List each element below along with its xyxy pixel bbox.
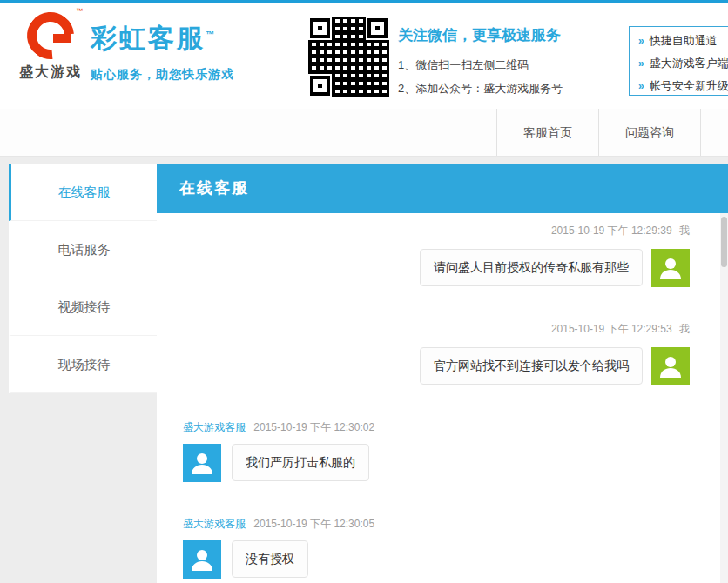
- message-timestamp: 2015-10-19 下午 12:30:02: [253, 421, 374, 433]
- top-navigation: 客服首页 问题咨询: [0, 109, 728, 157]
- user-avatar: [651, 347, 690, 385]
- sidebar-item-phone-service[interactable]: 电话服务: [9, 221, 157, 278]
- message-meta: 盛大游戏客服 2015-10-19 下午 12:30:02: [157, 420, 728, 435]
- product-title-text: 彩虹客服: [91, 23, 206, 52]
- content-area: 在线客服 电话服务 视频接待 现场接待 在线客服 2015-10-19 下午 1…: [0, 157, 728, 583]
- chevron-right-icon: »: [638, 57, 644, 70]
- chat-message: 盛大游戏客服 2015-10-19 下午 12:30:02 我们严厉打击私服的: [157, 420, 728, 482]
- person-icon: [189, 546, 215, 573]
- sidebar-item-onsite-reception[interactable]: 现场接待: [9, 336, 157, 393]
- nav-item-clipped: [700, 109, 728, 156]
- nav-item-service-home[interactable]: 客服首页: [496, 109, 598, 156]
- wechat-step-1: 1、微信扫一扫左侧二维码: [398, 57, 563, 73]
- message-author: 我: [679, 323, 690, 335]
- wechat-headline: 关注微信，更享极速服务: [398, 25, 563, 45]
- message-row: 请问盛大目前授权的传奇私服有那些: [157, 249, 728, 287]
- logo-trademark: ™: [76, 7, 83, 15]
- message-author: 我: [679, 224, 690, 237]
- message-meta: 盛大游戏客服 2015-10-19 下午 12:30:05: [157, 517, 728, 532]
- agent-avatar: [183, 540, 221, 579]
- chat-scrollbar-thumb[interactable]: [721, 217, 727, 267]
- product-slogan: 贴心服务，助您快乐游戏: [91, 67, 234, 83]
- logo-bar: [53, 34, 71, 43]
- user-avatar: [651, 249, 690, 287]
- message-meta: 2015-10-19 下午 12:29:53 我: [157, 322, 728, 337]
- message-timestamp: 2015-10-19 下午 12:29:39: [551, 224, 672, 237]
- chat-message: 盛大游戏客服 2015-10-19 下午 12:30:05 没有授权: [157, 517, 728, 579]
- chat-message: 2015-10-19 下午 12:29:53 我 官方网站找不到连接可以发个给我…: [157, 322, 728, 385]
- quick-link-account-security[interactable]: » 帐号安全新升级: [638, 78, 728, 94]
- sidebar-item-online-service[interactable]: 在线客服: [9, 164, 157, 221]
- quick-link-self-service[interactable]: » 快捷自助通道: [638, 33, 728, 49]
- chevron-right-icon: »: [638, 80, 644, 92]
- brand-name: 盛大游戏: [14, 64, 87, 82]
- qr-finder-top-left: [308, 17, 332, 40]
- message-bubble: 官方网站找不到连接可以发个给我吗: [420, 347, 643, 385]
- message-row: 没有授权: [157, 540, 728, 579]
- message-bubble: 没有授权: [232, 540, 308, 578]
- quick-links-box: » 快捷自助通道 » 盛大游戏客户端 » 帐号安全新升级: [629, 26, 728, 96]
- message-meta: 2015-10-19 下午 12:29:39 我: [157, 224, 728, 238]
- wechat-qr-code: [307, 15, 391, 99]
- chat-message: 2015-10-19 下午 12:29:39 我 请问盛大目前授权的传奇私服有那…: [157, 224, 728, 287]
- person-icon: [189, 450, 215, 476]
- chat-panel: 在线客服 2015-10-19 下午 12:29:39 我 请问盛大目前授权的传…: [157, 164, 728, 583]
- quick-link-label: 盛大游戏客户端: [650, 56, 728, 71]
- message-sender: 盛大游戏客服: [183, 421, 246, 433]
- qr-finder-bottom-left: [308, 74, 332, 97]
- nav-items: 客服首页 问题咨询: [496, 109, 728, 156]
- nav-item-question-consult[interactable]: 问题咨询: [598, 109, 700, 156]
- product-title: 彩虹客服™: [91, 21, 234, 57]
- person-icon: [657, 255, 684, 281]
- message-bubble: 请问盛大目前授权的传奇私服有那些: [420, 249, 643, 286]
- chevron-right-icon: »: [638, 35, 644, 47]
- quick-link-label: 快捷自助通道: [650, 33, 718, 49]
- person-icon: [657, 353, 684, 379]
- message-sender: 盛大游戏客服: [183, 518, 246, 530]
- quick-link-label: 帐号安全新升级: [650, 78, 728, 94]
- wechat-step-2: 2、添加公众号：盛大游戏服务号: [398, 81, 563, 97]
- qr-finder-top-right: [366, 17, 389, 40]
- quick-link-game-client[interactable]: » 盛大游戏客户端: [638, 56, 728, 71]
- message-timestamp: 2015-10-19 下午 12:30:05: [253, 518, 374, 530]
- message-row: 官方网站找不到连接可以发个给我吗: [157, 347, 728, 385]
- service-sidebar: 在线客服 电话服务 视频接待 现场接待: [9, 164, 157, 393]
- chat-scrollbar-track[interactable]: [720, 213, 728, 583]
- message-timestamp: 2015-10-19 下午 12:29:53: [551, 323, 672, 335]
- chat-message-list: 2015-10-19 下午 12:29:39 我 请问盛大目前授权的传奇私服有那…: [157, 213, 728, 583]
- page-header: ™ 盛大游戏 彩虹客服™ 贴心服务，助您快乐游戏 关注微信，更享极速服务 1、微…: [0, 3, 728, 109]
- message-bubble: 我们严厉打击私服的: [232, 444, 369, 481]
- shanda-logo: ™ 盛大游戏: [14, 10, 87, 82]
- wechat-info: 关注微信，更享极速服务 1、微信扫一扫左侧二维码 2、添加公众号：盛大游戏服务号: [398, 25, 563, 104]
- logo-ring: [17, 3, 84, 69]
- message-row: 我们严厉打击私服的: [157, 444, 728, 482]
- product-trademark: ™: [206, 30, 214, 39]
- shanda-g-logo-icon: ™: [25, 10, 76, 61]
- chat-panel-title: 在线客服: [157, 164, 728, 213]
- product-title-block: 彩虹客服™ 贴心服务，助您快乐游戏: [91, 21, 234, 83]
- sidebar-item-video-reception[interactable]: 视频接待: [9, 278, 157, 336]
- agent-avatar: [183, 444, 221, 482]
